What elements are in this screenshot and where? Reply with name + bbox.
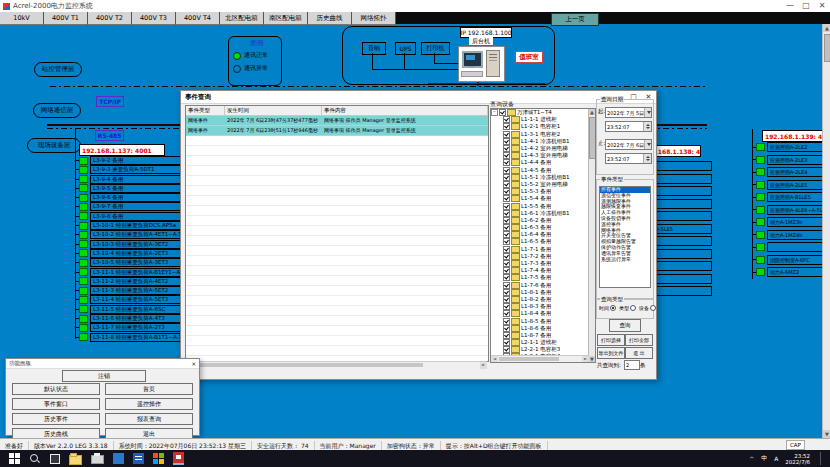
speaker-box[interactable]: 音响 [362, 42, 386, 55]
scrollbar-thumb[interactable] [499, 357, 559, 361]
device-box[interactable]: 动力A-1MZ3b [767, 217, 827, 227]
checkbox-checked-icon[interactable] [503, 159, 510, 166]
checkbox-checked-icon[interactable] [503, 246, 510, 253]
query-type-radio[interactable]: 设备 [639, 305, 656, 311]
checkbox-checked-icon[interactable] [503, 267, 510, 274]
checkbox-checked-icon[interactable] [503, 138, 510, 145]
main-vertical-scrollbar[interactable]: ▲ ▼ [822, 24, 830, 438]
checkbox-checked-icon[interactable] [503, 238, 510, 245]
function-button[interactable]: 遥控操作 [105, 398, 193, 410]
checkbox-checked-icon[interactable] [503, 152, 510, 159]
start-icon[interactable] [9, 453, 20, 464]
tree-node[interactable]: L1-5-2 室外用电梯 [503, 181, 595, 188]
office-grid-icon[interactable] [153, 453, 164, 464]
checkbox-checked-icon[interactable] [503, 203, 510, 210]
scroll-down-icon[interactable]: ▼ [589, 356, 595, 362]
minimize-icon[interactable]: — [782, 1, 798, 12]
tree-collapse-icon[interactable]: − [491, 109, 498, 116]
device-box[interactable]: 动力A-1MZ4b [767, 230, 827, 240]
tree-root-node[interactable]: − 万津城T1~T4 [491, 109, 595, 116]
tree-node[interactable]: L1-3-1 电容柜2 [503, 131, 595, 138]
radio-icon[interactable] [650, 305, 656, 311]
tree-node[interactable]: L1-2-1 电容柜1 [503, 123, 595, 130]
view-tab[interactable]: 北区配电箱 [220, 12, 264, 25]
checkbox-checked-icon[interactable] [503, 303, 510, 310]
event-table-row[interactable]: 网络事件 2022年 7月 6日23时47分37秒477毫秒 网络事项 操作员 … [186, 116, 488, 126]
to-time-spinner[interactable]: 23:52:07 [605, 153, 652, 164]
taskbar-clock[interactable]: 23:52 2022/7/6 [785, 453, 810, 465]
checkbox-checked-icon[interactable] [503, 274, 510, 281]
checkbox-checked-icon[interactable] [503, 181, 510, 188]
tree-node[interactable]: L1-5-5 备用 [503, 202, 595, 209]
show-desktop-button[interactable] [820, 452, 824, 465]
checkbox-checked-icon[interactable] [503, 116, 510, 123]
from-date-combobox[interactable]: 2022年 7月 5日 [605, 107, 652, 118]
device-box[interactable]: 应急照明A-4LE6~A-5LE6 [767, 205, 827, 215]
tree-node[interactable]: L1-8-3 备用 [503, 303, 595, 310]
view-tab[interactable]: 400V T2 [88, 12, 132, 25]
search-icon[interactable] [29, 453, 40, 464]
checkbox-checked-icon[interactable] [503, 310, 510, 317]
scrollbar-thumb[interactable] [589, 117, 596, 159]
tree-node[interactable]: L1-8-5 备用 [503, 317, 595, 324]
previous-page-button[interactable]: 上一页 [551, 13, 599, 26]
query-type-radio[interactable]: 类型 [619, 305, 636, 311]
checkbox-checked-icon[interactable] [503, 231, 510, 238]
scrollbar-thumb[interactable] [193, 363, 423, 367]
scroll-down-icon[interactable]: ▼ [823, 430, 830, 438]
tree-node[interactable]: L1-7-3 备用 [503, 260, 595, 267]
checkbox-checked-icon[interactable] [503, 217, 510, 224]
logout-button[interactable]: 注销 [62, 370, 146, 382]
dialog-titlebar[interactable]: 事件查询 — □ ✕ [181, 91, 656, 104]
checkbox-checked-icon[interactable] [503, 224, 510, 231]
radio-icon[interactable] [630, 305, 636, 311]
device-box[interactable] [767, 242, 827, 252]
checkbox-checked-icon[interactable] [503, 346, 510, 353]
tree-node[interactable]: L1-5-4 备用 [503, 195, 595, 202]
tree-node[interactable]: L2-2-1 电容柜3 [503, 346, 595, 353]
tree-node[interactable]: L2-1-1 进线柜 [503, 339, 595, 346]
printer-box[interactable]: 打印机 [421, 42, 450, 55]
tree-node[interactable]: L1-6-2 备用 [503, 217, 595, 224]
checkbox-checked-icon[interactable] [503, 123, 510, 130]
tree-node[interactable]: L1-4-4 备用 [503, 159, 595, 166]
table-horizontal-scrollbar[interactable]: ◄ ► [185, 361, 487, 369]
scroll-left-icon[interactable]: ◄ [491, 356, 498, 362]
app-word-icon[interactable] [133, 453, 144, 464]
from-time-spinner[interactable]: 23:52:07 [605, 121, 652, 132]
view-tab[interactable]: 南区配电箱 [264, 12, 308, 25]
ups-box[interactable]: UPS [395, 42, 416, 55]
scroll-up-icon[interactable]: ▲ [823, 24, 830, 32]
device-box[interactable]: 应急照明A-B1LE5 [767, 192, 827, 202]
ime-indicator[interactable]: 中 [761, 454, 767, 463]
col-header-time[interactable]: 发生时间 [225, 106, 322, 115]
device-box[interactable]: 动力A-6MZ2 [767, 267, 827, 277]
task-view-icon[interactable] [49, 453, 60, 464]
tree-node[interactable]: L1-6-1 冷冻机组B1 [503, 210, 595, 217]
checkbox-checked-icon[interactable] [499, 109, 506, 116]
function-button[interactable]: 事件窗口 [12, 398, 100, 410]
event-table-row[interactable]: 网络事件 2022年 7月 6日23时51分17秒946毫秒 网络事项 操作员 … [186, 126, 488, 136]
tree-node[interactable]: L1-8-2 备用 [503, 296, 595, 303]
view-tab[interactable]: 历史曲线 [308, 12, 352, 25]
device-box[interactable]: 应急照明A-2LE3 [767, 155, 827, 165]
view-tab[interactable]: 网络拓扑 [352, 12, 396, 25]
function-button[interactable]: 首页 [105, 383, 193, 395]
view-tab[interactable]: 400V T3 [132, 12, 176, 25]
checkbox-checked-icon[interactable] [503, 339, 510, 346]
exit-button[interactable]: 退 出 [625, 347, 653, 359]
spinner-icons[interactable] [643, 122, 651, 131]
view-tab[interactable]: 400V T4 [176, 12, 220, 25]
checkbox-checked-icon[interactable] [503, 210, 510, 217]
device-box[interactable]: 应急照明A-2LE5 [767, 180, 827, 190]
checkbox-checked-icon[interactable] [503, 195, 510, 202]
tree-node[interactable]: L1-4-3 室外用电梯 [503, 152, 595, 159]
tree-node[interactable]: L1-5-3 备用 [503, 188, 595, 195]
view-tab[interactable]: 400V T1 [44, 12, 88, 25]
tree-node[interactable]: L1-8-6 备用 [503, 325, 595, 332]
checkbox-checked-icon[interactable] [503, 325, 510, 332]
radio-icon[interactable] [610, 305, 616, 311]
tree-node[interactable]: L1-1-1 进线柜 [503, 116, 595, 123]
export-button[interactable]: 导出到文件 [597, 347, 625, 359]
tree-node[interactable]: L1-7-2 备用 [503, 253, 595, 260]
